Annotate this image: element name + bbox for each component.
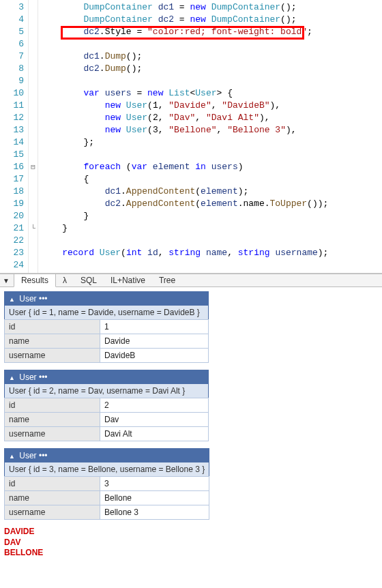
tab--[interactable]: λ [56, 274, 74, 286]
table-row: usernameDavideB [5, 349, 209, 363]
tab-tree[interactable]: Tree [152, 274, 182, 286]
line-number: 21 [0, 222, 24, 235]
code-line[interactable]: dc1.Dump(); [41, 50, 379, 63]
line-number: 6 [0, 38, 24, 50]
property-key: name [5, 334, 100, 349]
tab-sql[interactable]: SQL [74, 274, 104, 286]
table-row: id3 [5, 477, 209, 491]
code-line[interactable]: new User(2, "Dav", "Davi Alt"), [41, 112, 379, 124]
output-line: BELLONE [4, 548, 378, 559]
fold-spacer [29, 210, 38, 222]
code-line[interactable]: DumpContainer dc2 = new DumpContainer(); [41, 14, 379, 26]
code-line[interactable]: dc2.Dump(); [41, 63, 379, 75]
table-row: id1 [5, 320, 209, 334]
fold-spacer [29, 124, 38, 136]
code-area[interactable]: DumpContainer dc1 = new DumpContainer();… [38, 0, 382, 273]
property-value: DavideB [100, 349, 209, 363]
fold-spacer [29, 173, 38, 186]
collapse-icon[interactable]: ▲ [9, 374, 15, 381]
fold-marker-icon[interactable]: └ [29, 222, 38, 235]
fold-spacer [29, 87, 38, 100]
fold-marker-icon[interactable]: ⊟ [29, 161, 38, 173]
collapse-icon[interactable]: ▲ [9, 296, 15, 303]
code-line[interactable]: new User(3, "Bellone", "Bellone 3"), [41, 124, 379, 136]
code-line[interactable]: dc2.AppendContent(element.name.ToUpper()… [41, 198, 379, 210]
tab-results[interactable]: Results [14, 274, 56, 287]
line-number: 8 [0, 63, 24, 75]
line-number: 22 [0, 235, 24, 247]
line-number: 18 [0, 186, 24, 198]
fold-spacer [29, 136, 38, 149]
dump-header[interactable]: ▲ User ••• [5, 292, 209, 306]
table-row: usernameBellone 3 [5, 505, 209, 520]
fold-column[interactable]: ⊟└ [29, 0, 38, 273]
line-number: 11 [0, 100, 24, 112]
fold-spacer [29, 247, 38, 259]
tab-il-native[interactable]: IL+Native [104, 274, 152, 286]
code-line[interactable] [41, 75, 379, 87]
dump-header[interactable]: ▲ User ••• [5, 370, 209, 385]
property-value: Davide [100, 334, 209, 349]
code-line[interactable]: } [41, 222, 379, 235]
property-value: 1 [100, 320, 209, 334]
dump-type-label: User ••• [17, 372, 48, 382]
code-line[interactable]: dc1.AppendContent(element); [41, 186, 379, 198]
line-number: 13 [0, 124, 24, 136]
property-key: id [5, 398, 100, 413]
output-line: DAV [4, 538, 378, 548]
dump-table: ▲ User •••User { id = 2, name = Dav, use… [4, 370, 209, 441]
line-number: 15 [0, 149, 24, 161]
code-line[interactable] [41, 259, 379, 271]
property-value: Bellone [100, 491, 209, 505]
fold-spacer [29, 63, 38, 75]
table-row: nameDav [5, 413, 209, 427]
fold-spacer [29, 1, 38, 14]
code-line[interactable] [41, 235, 379, 247]
property-key: username [5, 505, 100, 520]
code-line[interactable] [41, 149, 379, 161]
property-key: id [5, 477, 100, 491]
line-number: 5 [0, 26, 24, 38]
dump-summary: User { id = 2, name = Dav, username = Da… [5, 384, 209, 398]
fold-spacer [29, 112, 38, 124]
table-row: id2 [5, 398, 209, 413]
fold-spacer [29, 259, 38, 271]
code-editor[interactable]: 3456789101112131415161718192021222324 ⊟└… [0, 0, 382, 274]
fold-spacer [29, 14, 38, 26]
dump-header[interactable]: ▲ User ••• [5, 449, 209, 463]
property-key: name [5, 413, 100, 427]
dump-table: ▲ User •••User { id = 1, name = Davide, … [4, 291, 209, 363]
property-value: Davi Alt [100, 427, 209, 441]
dump-type-label: User ••• [17, 294, 48, 304]
code-line[interactable] [41, 38, 379, 50]
output-line: DAVIDE [4, 527, 378, 538]
code-line[interactable]: new User(1, "Davide", "DavideB"), [41, 100, 379, 112]
code-line[interactable]: }; [41, 136, 379, 149]
dump-summary: User { id = 1, name = Davide, username =… [5, 306, 209, 320]
code-line[interactable]: record User(int id, string name, string … [41, 247, 379, 259]
code-line[interactable]: DumpContainer dc1 = new DumpContainer(); [41, 1, 379, 14]
line-number: 14 [0, 136, 24, 149]
code-line[interactable]: var users = new List<User> { [41, 87, 379, 100]
property-key: username [5, 349, 100, 363]
code-line[interactable]: foreach (var element in users) [41, 161, 379, 173]
code-line[interactable]: } [41, 210, 379, 222]
collapse-triangle-icon[interactable]: ▼ [3, 277, 10, 284]
code-line[interactable]: dc2.Style = "color:red; font-weight: bol… [41, 26, 379, 38]
property-value: 2 [100, 398, 209, 413]
line-number: 3 [0, 1, 24, 14]
fold-spacer [29, 235, 38, 247]
fold-spacer [29, 100, 38, 112]
property-value: Bellone 3 [100, 505, 209, 520]
line-number: 9 [0, 75, 24, 87]
fold-spacer [29, 198, 38, 210]
dump-table: ▲ User •••User { id = 3, name = Bellone,… [4, 448, 209, 520]
line-number: 12 [0, 112, 24, 124]
line-number: 17 [0, 173, 24, 186]
property-key: name [5, 491, 100, 505]
table-row: nameBellone [5, 491, 209, 505]
collapse-icon[interactable]: ▲ [9, 453, 15, 460]
code-line[interactable]: { [41, 173, 379, 186]
fold-spacer [29, 186, 38, 198]
line-number: 23 [0, 247, 24, 259]
